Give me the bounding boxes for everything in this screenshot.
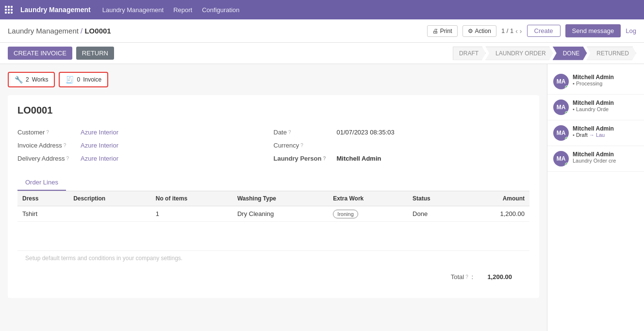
- log-button[interactable]: Log: [626, 27, 636, 34]
- return-button[interactable]: RETURN: [76, 47, 114, 60]
- chatter-msg-2: • Laundry Orde: [573, 106, 638, 112]
- col-amount: Amount: [462, 191, 529, 206]
- date-value: 01/07/2023 08:35:03: [337, 129, 395, 136]
- create-button[interactable]: Create: [527, 25, 561, 37]
- col-status: Status: [408, 191, 462, 206]
- breadcrumb-area: Laundry Management / LO0001: [8, 27, 111, 35]
- chatter-item-2[interactable]: MA Mitchell Admin • Laundry Orde: [547, 95, 644, 120]
- form-container: LO0001 Customer ? Azure Interior Invoice…: [8, 95, 539, 298]
- status-laundry-order[interactable]: LAUNDRY ORDER: [485, 47, 553, 60]
- col-extra-work: Extra Work: [328, 191, 408, 206]
- smart-btn-invoice[interactable]: 🧾 0 Invoice: [59, 72, 108, 87]
- currency-label: Currency ?: [274, 142, 337, 149]
- col-washing-type: Washing Type: [232, 191, 328, 206]
- status-draft[interactable]: DRAFT: [453, 47, 486, 60]
- chatter-msg-3: • Draft → Lau: [573, 132, 638, 138]
- delivery-address-help[interactable]: ?: [66, 156, 69, 161]
- smart-buttons: 🔧 2 Works 🧾 0 Invoice: [8, 72, 539, 87]
- topbar: Laundry Management Laundry Management Re…: [0, 0, 644, 19]
- prev-record-button[interactable]: ‹: [515, 27, 518, 35]
- invoice-address-label: Invoice Address ?: [17, 142, 81, 149]
- invoice-label: Invoice: [83, 76, 101, 83]
- laundry-person-value: Mitchell Admin: [337, 155, 381, 162]
- date-help[interactable]: ?: [288, 130, 291, 135]
- cell-washing-type: Dry Cleaning: [232, 206, 328, 222]
- cell-no-of-items: 1: [151, 206, 232, 222]
- nav-report[interactable]: Report: [169, 4, 196, 16]
- create-invoice-button[interactable]: CREATE INVOICE: [8, 47, 72, 60]
- table-row[interactable]: Tshirt 1 Dry Cleaning Ironing Done 1,200…: [17, 206, 529, 222]
- chatter-name-4: Mitchell Admin: [573, 151, 638, 158]
- smart-btn-works[interactable]: 🔧 2 Works: [8, 72, 55, 87]
- online-indicator-1: [565, 85, 569, 89]
- action-buttons: CREATE INVOICE RETURN: [8, 47, 114, 60]
- tab-order-lines[interactable]: Order Lines: [17, 175, 66, 191]
- currency-field: Currency ?: [274, 139, 530, 152]
- cell-description: [68, 206, 151, 222]
- chatter-item-4[interactable]: MA Mitchell Admin Laundry Order cre: [547, 146, 644, 172]
- print-button[interactable]: 🖨 Print: [427, 25, 458, 37]
- invoice-count: 0: [77, 76, 80, 83]
- chatter-content-1: Mitchell Admin • Processing: [573, 74, 638, 86]
- record-title: LO0001: [17, 105, 529, 116]
- right-panel: MA Mitchell Admin • Processing MA Mitche…: [547, 64, 644, 331]
- customer-value[interactable]: Azure Interior: [81, 129, 118, 136]
- invoice-address-value[interactable]: Azure Interior: [81, 142, 118, 149]
- customer-label: Customer ?: [17, 129, 81, 136]
- delivery-address-field: Delivery Address ? Azure Interior: [17, 152, 274, 165]
- action-button[interactable]: ⚙ Action: [462, 25, 496, 37]
- table-header: Dress Description No of items Washing Ty…: [17, 191, 529, 206]
- chatter-name-2: Mitchell Admin: [573, 99, 638, 106]
- cell-dress: Tshirt: [17, 206, 68, 222]
- col-no-of-items: No of items: [151, 191, 232, 206]
- main-layout: 🔧 2 Works 🧾 0 Invoice LO0001 Customer ?: [0, 64, 644, 331]
- avatar-1: MA: [553, 74, 569, 89]
- laundry-person-field: Laundry Person ? Mitchell Admin: [274, 152, 530, 165]
- col-description: Description: [68, 191, 151, 206]
- subheader: Laundry Management / LO0001 🖨 Print ⚙ Ac…: [0, 19, 644, 43]
- total-value: 1,200.00: [473, 273, 522, 281]
- currency-help[interactable]: ?: [300, 143, 303, 148]
- avatar-2: MA: [553, 99, 569, 115]
- chatter-item-1[interactable]: MA Mitchell Admin • Processing: [547, 69, 644, 95]
- status-done[interactable]: DONE: [553, 47, 587, 60]
- status-returned[interactable]: RETURNED: [586, 47, 636, 60]
- table-body: Tshirt 1 Dry Cleaning Ironing Done 1,200…: [17, 206, 529, 222]
- nav-laundry-management[interactable]: Laundry Management: [99, 4, 167, 16]
- top-nav: Laundry Management Report Configuration: [99, 4, 244, 16]
- chatter-msg-1: • Processing: [573, 81, 638, 86]
- total-help[interactable]: ?: [465, 274, 468, 280]
- breadcrumb-current: LO0001: [84, 27, 111, 35]
- works-icon: 🔧: [15, 76, 23, 83]
- delivery-address-value[interactable]: Azure Interior: [81, 155, 118, 162]
- chatter-content-3: Mitchell Admin • Draft → Lau: [573, 125, 638, 138]
- tabs: Order Lines: [17, 175, 529, 191]
- content-area: 🔧 2 Works 🧾 0 Invoice LO0001 Customer ?: [0, 64, 547, 331]
- form-fields-right: Date ? 01/07/2023 08:35:03 Currency ? La…: [274, 126, 530, 165]
- gear-icon: ⚙: [468, 28, 473, 34]
- date-label: Date ?: [274, 129, 337, 136]
- avatar-4: MA: [553, 151, 569, 166]
- actionbar: CREATE INVOICE RETURN DRAFT LAUNDRY ORDE…: [0, 43, 644, 64]
- chatter-item-3[interactable]: MA Mitchell Admin • Draft → Lau: [547, 120, 644, 146]
- app-name: Laundry Management: [20, 6, 91, 14]
- apps-grid-icon[interactable]: [5, 6, 13, 14]
- invoice-address-help[interactable]: ?: [64, 143, 66, 148]
- order-table: Dress Description No of items Washing Ty…: [17, 191, 529, 222]
- record-counter: 1 / 1 ‹ ›: [501, 27, 522, 35]
- col-dress: Dress: [17, 191, 68, 206]
- cell-status: Done: [408, 206, 462, 222]
- nav-configuration[interactable]: Configuration: [198, 4, 243, 16]
- invoice-address-field: Invoice Address ? Azure Interior: [17, 139, 274, 152]
- cell-extra-work: Ironing: [328, 206, 408, 222]
- subheader-actions: 🖨 Print ⚙ Action 1 / 1 ‹ › Create Send m…: [427, 24, 636, 37]
- laundry-person-help[interactable]: ?: [323, 156, 326, 161]
- chatter-msg-4: Laundry Order cre: [573, 158, 638, 164]
- date-field: Date ? 01/07/2023 08:35:03: [274, 126, 530, 139]
- invoice-icon: 🧾: [66, 76, 74, 83]
- customer-help[interactable]: ?: [46, 130, 49, 135]
- next-record-button[interactable]: ›: [520, 27, 522, 35]
- chatter-content-4: Mitchell Admin Laundry Order cre: [573, 151, 638, 164]
- send-message-button[interactable]: Send message: [565, 24, 621, 37]
- breadcrumb-parent[interactable]: Laundry Management: [8, 27, 79, 35]
